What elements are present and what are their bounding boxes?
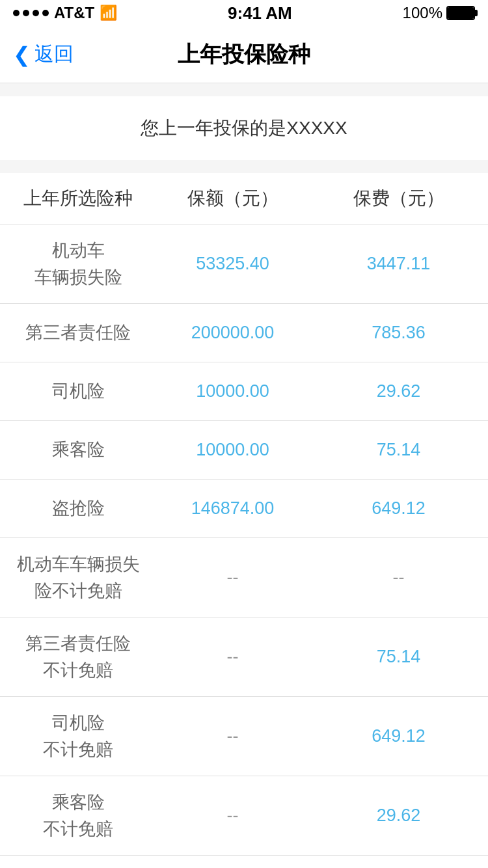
- cell-name-1: 第三者责任险: [7, 319, 150, 346]
- cell-amount-0: 53325.40: [150, 254, 316, 274]
- cell-amount-5: --: [150, 567, 316, 588]
- cell-fee-2: 29.62: [316, 381, 481, 401]
- chevron-left-icon: ❮: [13, 44, 31, 65]
- nav-title: 上年投保险种: [178, 40, 310, 70]
- status-left: AT&T 📶: [13, 4, 117, 22]
- cell-fee-6: 75.14: [316, 647, 481, 667]
- cell-fee-7: 649.12: [316, 726, 481, 746]
- cell-amount-7: --: [150, 726, 316, 746]
- dot2: [23, 10, 29, 16]
- cell-name-0: 机动车车辆损失险: [7, 237, 150, 290]
- insurance-table: 上年所选险种 保额（元） 保费（元） 机动车车辆损失险 53325.40 344…: [0, 173, 488, 868]
- header-col-name: 上年所选险种: [7, 186, 150, 211]
- table-row: 司机险不计免赔 -- 649.12: [0, 697, 488, 776]
- cell-fee-3: 75.14: [316, 440, 481, 460]
- table-row: 乘客险 10000.00 75.14: [0, 421, 488, 480]
- table-row: 第三者责任险 200000.00 785.36: [0, 304, 488, 362]
- dot3: [33, 10, 39, 16]
- signal-dots: [13, 10, 49, 16]
- table-rows: 机动车车辆损失险 53325.40 3447.11 第三者责任险 200000.…: [0, 224, 488, 868]
- status-bar: AT&T 📶 9:41 AM 100%: [0, 0, 488, 26]
- status-time: 9:41 AM: [228, 3, 292, 23]
- header-col-amount: 保额（元）: [150, 186, 316, 211]
- table-row: 盗抢险 146874.00 649.12: [0, 480, 488, 538]
- cell-name-2: 司机险: [7, 378, 150, 405]
- subtitle-section: 您上一年投保的是XXXXX: [0, 96, 488, 160]
- cell-amount-4: 146874.00: [150, 498, 316, 519]
- cell-amount-3: 10000.00: [150, 440, 316, 460]
- subtitle-text: 您上一年投保的是XXXXX: [141, 118, 347, 138]
- dot4: [42, 10, 49, 16]
- table-header: 上年所选险种 保额（元） 保费（元）: [0, 173, 488, 224]
- table-row: 盗抢险不计免赔 -- 75.14: [0, 856, 488, 868]
- cell-fee-5: --: [316, 567, 481, 588]
- cell-amount-8: --: [150, 806, 316, 826]
- dot1: [13, 10, 20, 16]
- cell-name-6: 第三者责任险不计免赔: [7, 631, 150, 683]
- cell-name-3: 乘客险: [7, 437, 150, 463]
- cell-name-4: 盗抢险: [7, 495, 150, 522]
- carrier-label: AT&T: [54, 4, 94, 22]
- nav-bar: ❮ 返回 上年投保险种: [0, 26, 488, 83]
- table-row: 机动车车辆损失险 53325.40 3447.11: [0, 224, 488, 304]
- battery-icon: [446, 6, 475, 20]
- cell-name-7: 司机险不计免赔: [7, 710, 150, 763]
- cell-fee-0: 3447.11: [316, 254, 481, 274]
- cell-fee-1: 785.36: [316, 323, 481, 343]
- wifi-icon: 📶: [100, 5, 117, 21]
- battery-label: 100%: [403, 4, 442, 22]
- cell-fee-4: 649.12: [316, 498, 481, 519]
- cell-amount-1: 200000.00: [150, 323, 316, 343]
- cell-name-8: 乘客险不计免赔: [7, 789, 150, 842]
- header-col-fee: 保费（元）: [316, 186, 481, 211]
- back-label: 返回: [34, 41, 74, 68]
- back-button[interactable]: ❮ 返回: [13, 41, 74, 68]
- cell-name-5: 机动车车辆损失险不计免赔: [7, 551, 150, 604]
- battery-fill: [448, 7, 474, 19]
- table-row: 乘客险不计免赔 -- 29.62: [0, 776, 488, 856]
- table-row: 第三者责任险不计免赔 -- 75.14: [0, 617, 488, 697]
- cell-amount-2: 10000.00: [150, 381, 316, 401]
- content: 您上一年投保的是XXXXX 上年所选险种 保额（元） 保费（元） 机动车车辆损失…: [0, 83, 488, 868]
- status-right: 100%: [403, 4, 475, 22]
- table-row: 机动车车辆损失险不计免赔 -- --: [0, 538, 488, 617]
- cell-fee-8: 29.62: [316, 806, 481, 826]
- table-row: 司机险 10000.00 29.62: [0, 362, 488, 421]
- cell-amount-6: --: [150, 647, 316, 667]
